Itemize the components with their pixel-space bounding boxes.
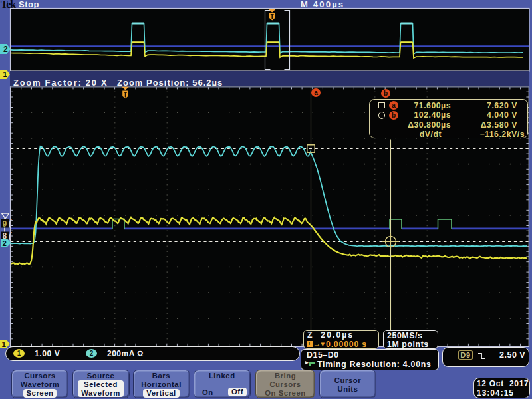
svg-text:(: (: [9, 218, 13, 229]
svg-text:9: 9: [3, 219, 7, 229]
svg-text:1: 1: [2, 340, 7, 348]
svg-text:2: 2: [3, 45, 8, 54]
svg-text:(: (: [9, 231, 13, 242]
svg-text:2: 2: [3, 239, 7, 247]
